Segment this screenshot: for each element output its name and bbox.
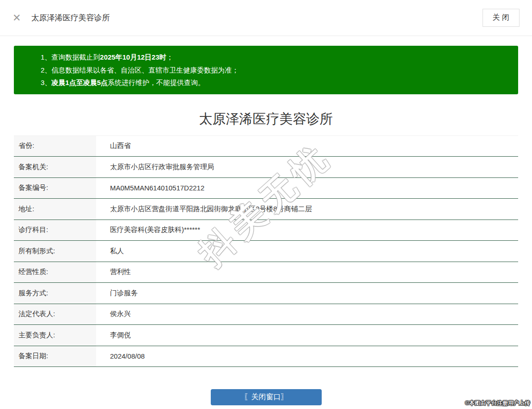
table-row: 主要负责人: 李倜侻 [14,325,518,346]
table-row: 法定代表人: 侯永兴 [14,304,518,325]
record-value: 太原市小店区营盘街道平阳路北园街御龙庭小区2号楼8号商铺二层 [96,199,518,220]
table-row: 服务方式: 门诊服务 [14,283,518,304]
table-row: 省份: 山西省 [14,136,518,157]
window-title: 太原泽浠医疗美容诊所 [31,12,110,23]
notice-banner: 1、查询数据截止到2025年10月12日23时；2、信息数据结果以各省、自治区、… [14,46,518,94]
record-value: MA0M5MAN614010517D2212 [96,178,518,199]
page-title: 太原泽浠医疗美容诊所 [0,111,532,127]
record-value: 门诊服务 [96,283,518,304]
table-row: 所有制形式: 私人 [14,241,518,262]
close-icon[interactable]: ✕ [12,13,21,23]
notice-line: 3、凌晨1点至凌晨5点系统进行维护，不能提供查询。 [41,76,509,89]
copyright-watermark: ©本图由平台注册用户上传 [465,399,530,407]
record-label: 省份: [14,136,96,157]
table-row: 经营性质: 营利性 [14,262,518,283]
record-label: 经营性质: [14,262,96,283]
record-value: 私人 [96,241,518,262]
table-row: 地址: 太原市小店区营盘街道平阳路北园街御龙庭小区2号楼8号商铺二层 [14,199,518,220]
close-button[interactable]: 关 闭 [483,9,520,27]
window-titlebar: ✕ 太原泽浠医疗美容诊所 关 闭 [0,0,532,36]
record-table: 省份: 山西省 备案机关: 太原市小店区行政审批服务管理局 备案编号: MA0M… [14,135,518,367]
table-row: 备案机关: 太原市小店区行政审批服务管理局 [14,157,518,178]
record-value: 李倜侻 [96,325,518,346]
table-row: 诊疗科目: 医疗美容科(美容皮肤科)****** [14,220,518,241]
record-value: 医疗美容科(美容皮肤科)****** [96,220,518,241]
record-value: 侯永兴 [96,304,518,325]
notice-line: 2、信息数据结果以各省、自治区、直辖市卫生健康委数据为准； [41,64,509,77]
record-label: 备案日期: [14,346,96,367]
notice-line: 1、查询数据截止到2025年10月12日23时； [41,51,509,64]
close-window-button[interactable]: 〖关闭窗口〗 [211,389,322,405]
record-value: 2024/08/08 [96,346,518,367]
table-row: 备案编号: MA0M5MAN614010517D2212 [14,178,518,199]
record-label: 备案编号: [14,178,96,199]
record-value: 山西省 [96,136,518,157]
record-value: 太原市小店区行政审批服务管理局 [96,157,518,177]
record-label: 地址: [14,199,96,220]
record-label: 诊疗科目: [14,220,96,241]
record-label: 法定代表人: [14,304,96,325]
record-label: 主要负责人: [14,325,96,346]
record-label: 所有制形式: [14,241,96,262]
record-label: 备案机关: [14,157,96,177]
table-row: 备案日期: 2024/08/08 [14,346,518,367]
record-label: 服务方式: [14,283,96,304]
record-value: 营利性 [96,262,518,283]
